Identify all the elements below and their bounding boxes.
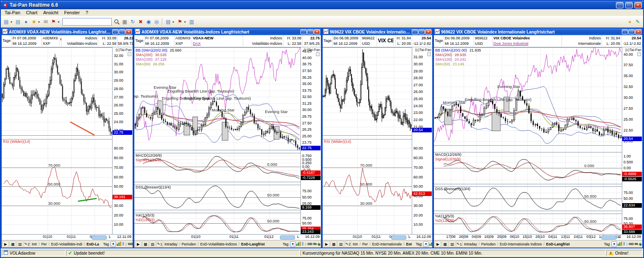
toggle-gd[interactable]: GD [307,242,312,246]
edit-icon[interactable]: ✎1 [157,241,163,247]
edit-icon[interactable]: ✎1 [456,241,462,247]
refresh-icon[interactable]: ↻ [129,18,136,26]
pointer-icon[interactable]: ▶ [323,241,330,247]
tab-per[interactable]: Per [362,242,369,246]
pause-icon[interactable]: ‖ [623,242,625,246]
tab-eod-langfrist[interactable]: EoD-Langfrist [545,242,570,246]
edit-icon[interactable]: ✎ [634,18,641,26]
grid-icon[interactable]: ▦ [442,241,448,247]
tab-perioden[interactable]: Perioden [181,242,197,246]
app-maximize-button[interactable]: □ [625,2,633,8]
chart-canvas[interactable] [134,47,300,234]
magnifier-icon[interactable] [113,18,121,26]
dropdown-arrow-icon[interactable]: ▾ [10,20,14,24]
app-close-button[interactable]: × [634,2,642,8]
close-button[interactable]: × [126,29,132,34]
pointer-icon[interactable]: ▶ [3,241,9,247]
minimize-button[interactable]: _ [300,29,307,34]
pause-icon[interactable]: ‖ [302,242,303,246]
chart-style-icon[interactable] [618,242,622,247]
comparison-link[interactable]: Dow Jones Industrial [493,41,562,46]
print-icon[interactable]: ▦ [121,18,128,26]
chart-canvas[interactable] [434,47,622,234]
chart-style-icon[interactable] [429,242,432,247]
lock-icon[interactable]: ● [626,18,634,26]
close-button[interactable]: × [314,29,320,34]
period-dropdown-button[interactable]: ▼ [110,241,116,247]
updown-icon[interactable]: ↕ [626,242,628,246]
tree-icon[interactable]: ♣ [639,242,641,246]
info-icon[interactable]: ◎ [153,18,160,26]
save-icon[interactable]: ▤ [3,18,10,26]
menu-item-fenster[interactable]: Fenster [61,10,82,15]
edit-icon[interactable]: ✎2 [24,241,30,247]
tab-intraday[interactable]: Intraday [463,242,478,246]
chart-style-icon[interactable] [117,242,121,247]
tab-eod-volatilit-ts-indi[interactable]: EoD-Volatilitäts-Indi [50,242,83,246]
flag-icon[interactable]: ⚑ [176,18,184,26]
pause-icon[interactable]: ‖ [122,242,124,246]
grid-icon[interactable]: ▦ [142,241,149,247]
menu-item-ansicht[interactable]: Ansicht [40,10,61,15]
tab-eod-langfrist[interactable]: EoD-Langfrist [240,242,265,246]
dropdown-arrow-icon[interactable]: ▾ [38,20,41,24]
mail-icon[interactable]: ✉ [42,18,49,26]
updown-icon[interactable]: ↕ [125,242,127,246]
h-scrollbar-thumb[interactable] [391,235,406,240]
dropdown-arrow-icon[interactable]: ▾ [172,20,176,24]
dropdown-arrow-icon[interactable]: ▾ [184,20,187,24]
tab-intraday[interactable]: Intraday [164,242,178,246]
tab-per[interactable]: Per [41,242,48,246]
tree-icon[interactable]: ♣ [317,242,320,246]
minimize-button[interactable]: _ [112,29,118,34]
table-icon[interactable]: ▤ [338,241,344,247]
collapse-button[interactable] [128,52,131,56]
toggle-gd[interactable]: GD [629,242,634,246]
price-axis[interactable]: (c)Tai-Pan31.0030.0029.0028.0027.0026.00… [412,47,432,234]
grid-icon[interactable]: ▦ [331,241,337,247]
menu-item-taipan[interactable]: Tai-Pan [2,10,23,15]
child-window-titlebar[interactable]: 969622 VIX CBOE Volaindex Internationale… [434,28,642,35]
minimize-button[interactable]: _ [412,29,418,34]
child-window-titlebar[interactable]: A0DMX9 VDAX-NEW Volatilitäts-Indizes Lan… [2,28,133,35]
close-button[interactable]: × [425,29,431,34]
maximize-button[interactable]: □ [418,29,425,34]
updown-icon[interactable]: ↕ [304,242,306,246]
period-dropdown-button[interactable]: ▼ [423,241,428,247]
tab-eod-internationale-indizes[interactable]: EoD-Internationale Indizes [499,242,543,246]
price-axis[interactable]: (c)Tai-Pan32.0031.0030.0029.0028.0027.00… [112,47,133,234]
price-axis[interactable]: (c)Tai-Pan40.0037.5035.0032.5030.0027.50… [622,47,642,234]
dropdown-arrow-icon[interactable]: ▾ [58,20,61,24]
tab-intr[interactable]: Intr [31,242,38,246]
app-titlebar[interactable]: Tai-Pan Realtime 6.6 _ □ × [1,1,643,9]
price-axis[interactable]: (c)Tai-Pan41.2540.0038.7537.5036.2535.00… [300,47,321,234]
close-button[interactable]: × [635,29,641,34]
tab-eod-internationale[interactable]: EoD-Internationale [371,242,403,246]
web-icon[interactable]: ● [22,18,30,26]
collapse-button[interactable] [637,52,641,56]
h-scrollbar-thumb[interactable] [280,235,295,240]
table-icon[interactable]: ▤ [17,241,23,247]
h-scrollbar-thumb[interactable] [601,235,616,240]
table-icon[interactable]: ▤ [449,241,455,247]
pointer-icon[interactable]: ▶ [435,241,441,247]
child-window-titlebar[interactable]: A0DMX9 VDAX-NEW Volatilitäts-Indizes Lan… [134,28,321,35]
tab-eoi[interactable]: EoI [405,242,413,246]
edit-icon[interactable]: ✎2 [345,241,351,247]
collapse-button[interactable] [427,52,431,56]
grid-icon[interactable]: ▦ [10,241,16,247]
period-dropdown-button[interactable]: ▼ [611,241,617,247]
period-dropdown-button[interactable]: ▼ [290,241,295,247]
toggle-in[interactable]: IN [634,242,638,246]
tab-perioden[interactable]: Perioden [480,242,496,246]
tab-eod-la[interactable]: EoD-La [86,242,100,246]
toggle-gd[interactable]: GD [128,242,133,246]
maximize-button[interactable]: □ [119,29,125,34]
folder-icon[interactable]: ■ [30,18,38,26]
page-icon[interactable]: ▤ [164,18,172,26]
pin-icon[interactable]: ⚑ [50,18,57,26]
menu-item-chart[interactable]: Chart [23,10,40,15]
table-icon[interactable]: ▤ [149,241,156,247]
chart-doc-icon[interactable]: ▤ [14,18,22,26]
maximize-button[interactable]: □ [307,29,313,34]
